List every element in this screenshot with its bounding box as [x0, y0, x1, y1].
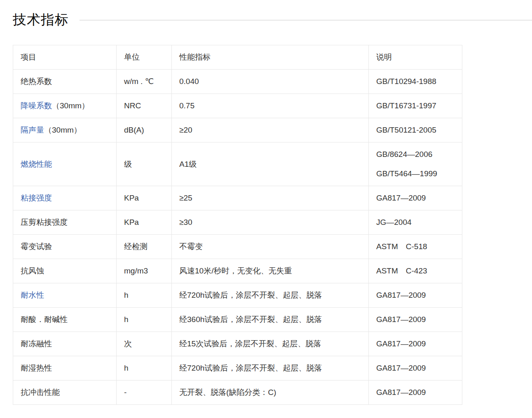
note-line: JG—2004 — [376, 217, 455, 228]
value-cell: ≥30 — [172, 210, 369, 235]
item-cell: 耐湿热性 — [13, 356, 117, 381]
value-cell: 0.040 — [172, 70, 369, 94]
table-row: 燃烧性能 级 A1级 GB/8624—2006GB/T5464—1999 — [13, 142, 462, 186]
note-cell: JG—2004 — [369, 210, 462, 235]
item-cell: 抗冲击性能 — [13, 381, 117, 405]
note-line: GA817—2009 — [376, 290, 455, 301]
item-cell: 压剪粘接强度 — [13, 210, 117, 235]
spec-table: 项目 单位 性能指标 说明 绝热系数 w/m . ℃ 0.040 GB/T102… — [13, 45, 462, 405]
item-cell: 燃烧性能 — [13, 142, 117, 186]
item-cell: 隔声量（30mm） — [13, 118, 117, 142]
value-cell: 经15次试验后，涂层不开裂、起层、脱落 — [172, 332, 369, 356]
item-link[interactable]: 降噪系数 — [21, 101, 52, 110]
value-cell: ≥25 — [172, 186, 369, 210]
value-cell: 经360h试验后，涂层不开裂、起层、脱落 — [172, 308, 369, 332]
note-cell: GA817—2009 — [369, 308, 462, 332]
table-row: 隔声量（30mm） dB(A) ≥20 GB/T50121-2005 — [13, 118, 462, 142]
value-cell: 风速10米/秒时，无变化、无失重 — [172, 259, 369, 283]
item-label: 绝热系数 — [21, 77, 52, 86]
item-label: 霉变试验 — [21, 242, 52, 251]
item-link[interactable]: 耐水性 — [21, 291, 44, 299]
note-cell: ASTM C-423 — [369, 259, 462, 283]
table-row: 耐酸．耐碱性 h 经360h试验后，涂层不开裂、起层、脱落 GA817—2009 — [13, 308, 462, 332]
item-label: 压剪粘接强度 — [21, 218, 68, 227]
item-link[interactable]: 隔声量 — [21, 126, 44, 134]
item-suffix: （30mm） — [44, 126, 82, 134]
note-line: GA817—2009 — [376, 314, 455, 325]
value-cell: 经720h试验后，涂层不开裂、起层、脱落 — [172, 356, 369, 381]
note-line: GB/T10294-1988 — [376, 76, 455, 87]
unit-cell: h — [117, 308, 172, 332]
item-cell: 绝热系数 — [13, 70, 117, 94]
unit-cell: w/m . ℃ — [117, 70, 172, 94]
item-link[interactable]: 粘接强度 — [21, 194, 52, 202]
table-row: 霉变试验 经检测 不霉变 ASTM C-518 — [13, 235, 462, 259]
item-label: 耐酸．耐碱性 — [21, 315, 68, 324]
note-cell: GB/8624—2006GB/T5464—1999 — [369, 142, 462, 186]
note-line: ASTM C-518 — [376, 241, 455, 252]
note-cell: GA817—2009 — [369, 186, 462, 210]
unit-cell: KPa — [117, 210, 172, 235]
unit-cell: dB(A) — [117, 118, 172, 142]
value-cell: 无开裂、脱落(缺陷分类：C) — [172, 381, 369, 405]
unit-cell: h — [117, 283, 172, 308]
item-label: 抗风蚀 — [21, 266, 44, 275]
value-cell: A1级 — [172, 142, 369, 186]
note-line: GA817—2009 — [376, 193, 455, 203]
value-cell: 0.75 — [172, 94, 369, 118]
unit-cell: h — [117, 356, 172, 381]
item-cell: 耐水性 — [13, 283, 117, 308]
header-item: 项目 — [13, 45, 117, 70]
item-cell: 抗风蚀 — [13, 259, 117, 283]
item-link[interactable]: 燃烧性能 — [21, 160, 52, 168]
item-label: 耐冻融性 — [21, 339, 52, 348]
item-cell: 粘接强度 — [13, 186, 117, 210]
table-row: 耐冻融性 次 经15次试验后，涂层不开裂、起层、脱落 GA817—2009 — [13, 332, 462, 356]
note-line: GB/T50121-2005 — [376, 125, 455, 135]
note-line: GB/8624—2006 — [376, 149, 455, 160]
unit-cell: NRC — [117, 94, 172, 118]
title-divider — [80, 20, 532, 21]
header-unit: 单位 — [117, 45, 172, 70]
header-performance: 性能指标 — [172, 45, 369, 70]
value-cell: 经720h试验后，涂层不开裂、起层、脱落 — [172, 283, 369, 308]
table-row: 抗风蚀 mg/m3 风速10米/秒时，无变化、无失重 ASTM C-423 — [13, 259, 462, 283]
note-line: GB/T5464—1999 — [376, 168, 455, 179]
note-cell: GA817—2009 — [369, 332, 462, 356]
item-label: 抗冲击性能 — [21, 388, 60, 397]
note-line: GA817—2009 — [376, 387, 455, 398]
table-row: 绝热系数 w/m . ℃ 0.040 GB/T10294-1988 — [13, 70, 462, 94]
note-cell: GA817—2009 — [369, 356, 462, 381]
table-header-row: 项目 单位 性能指标 说明 — [13, 45, 462, 70]
note-cell: GA817—2009 — [369, 381, 462, 405]
unit-cell: 经检测 — [117, 235, 172, 259]
unit-cell: 级 — [117, 142, 172, 186]
header-note: 说明 — [369, 45, 462, 70]
note-cell: GB/T50121-2005 — [369, 118, 462, 142]
section-header: 技术指标 — [13, 11, 532, 29]
note-line: GA817—2009 — [376, 339, 455, 349]
value-cell: ≥20 — [172, 118, 369, 142]
note-line: GA817—2009 — [376, 363, 455, 374]
item-cell: 霉变试验 — [13, 235, 117, 259]
table-row: 粘接强度 KPa ≥25 GA817—2009 — [13, 186, 462, 210]
value-cell: 不霉变 — [172, 235, 369, 259]
note-cell: GA817—2009 — [369, 283, 462, 308]
table-row: 降噪系数（30mm） NRC 0.75 GB/T16731-1997 — [13, 94, 462, 118]
table-row: 耐湿热性 h 经720h试验后，涂层不开裂、起层、脱落 GA817—2009 — [13, 356, 462, 381]
item-suffix: （30mm） — [52, 101, 89, 110]
item-label: 耐湿热性 — [21, 364, 52, 372]
unit-cell: KPa — [117, 186, 172, 210]
note-cell: GB/T10294-1988 — [369, 70, 462, 94]
note-line: ASTM C-423 — [376, 266, 455, 276]
item-cell: 降噪系数（30mm） — [13, 94, 117, 118]
page-title: 技术指标 — [13, 11, 69, 29]
note-cell: ASTM C-518 — [369, 235, 462, 259]
table-row: 压剪粘接强度 KPa ≥30 JG—2004 — [13, 210, 462, 235]
table-row: 耐水性 h 经720h试验后，涂层不开裂、起层、脱落 GA817—2009 — [13, 283, 462, 308]
unit-cell: 次 — [117, 332, 172, 356]
item-cell: 耐酸．耐碱性 — [13, 308, 117, 332]
item-cell: 耐冻融性 — [13, 332, 117, 356]
table-row: 抗冲击性能 - 无开裂、脱落(缺陷分类：C) GA817—2009 — [13, 381, 462, 405]
note-cell: GB/T16731-1997 — [369, 94, 462, 118]
